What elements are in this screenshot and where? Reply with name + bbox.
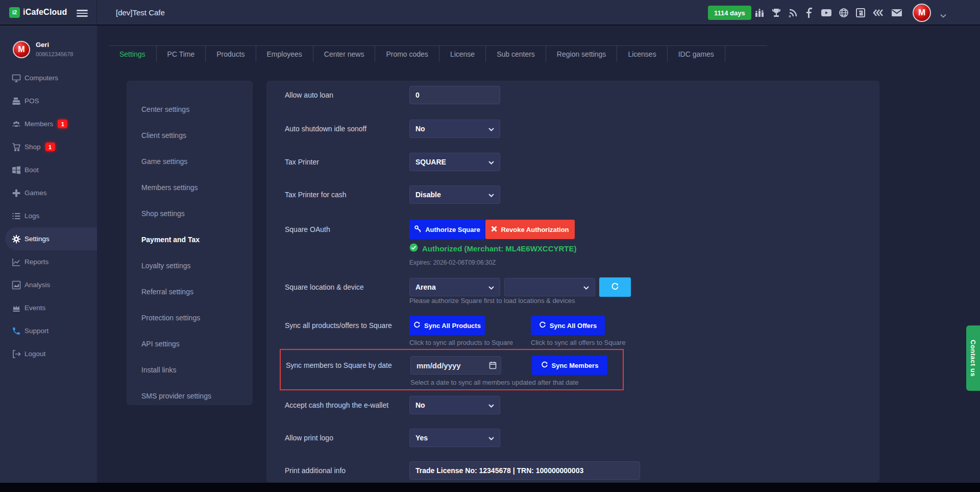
chevron-down-icon <box>488 283 494 291</box>
square-location-help: Please authorize Square first to load lo… <box>409 297 575 304</box>
sidebar-item-logout[interactable]: Logout <box>0 342 97 365</box>
phone-icon <box>12 326 21 336</box>
calendar-icon[interactable] <box>489 361 497 371</box>
mail-icon[interactable] <box>891 8 902 17</box>
sync-members-date-field[interactable] <box>410 356 501 374</box>
sidebar-item-shop[interactable]: Shop 1 <box>0 135 97 158</box>
sidebar-item-logs[interactable]: Logs <box>0 204 97 227</box>
sidebar-item-pos[interactable]: POS <box>0 89 97 112</box>
submenu-payment-and-tax[interactable]: Payment and Tax <box>127 226 253 252</box>
tab-employees[interactable]: Employees <box>256 46 313 62</box>
topbar-icon-row <box>754 0 902 26</box>
submenu-referral-settings[interactable]: Referral settings <box>127 278 253 304</box>
auto-shutdown-select[interactable]: No <box>409 120 500 138</box>
key-icon <box>414 225 422 234</box>
days-remaining-badge[interactable]: 1114 days <box>708 6 751 20</box>
accept-cash-label: Accept cash through the e-wallet <box>285 401 409 409</box>
icafecloud-app: i2 iCafeCloud [dev]Test Cafe 1114 days <box>0 0 980 492</box>
settings-submenu: Center settings Client settings Game set… <box>127 81 253 405</box>
ranking-icon[interactable] <box>754 8 765 18</box>
gamepad-icon <box>12 189 21 198</box>
tab-region-settings[interactable]: Region settings <box>546 46 618 62</box>
sync-members-highlight-box: Sync members to Square by date Sync Memb… <box>280 349 624 390</box>
tab-center-news[interactable]: Center news <box>313 46 376 62</box>
sidebar-avatar[interactable]: M <box>13 41 30 58</box>
tab-promo-codes[interactable]: Promo codes <box>375 46 439 62</box>
allow-auto-loan-label: Allow auto loan <box>285 91 409 99</box>
revoke-authorization-button[interactable]: Revoke Authorization <box>485 220 575 239</box>
icafecloud-icon[interactable] <box>855 8 866 18</box>
authorize-square-button[interactable]: Authorize Square <box>409 220 485 239</box>
tax-printer-cash-select[interactable]: Disable <box>409 185 500 204</box>
chevron-down-icon <box>488 401 494 409</box>
sync-members-help: Select a date to sync all members update… <box>410 379 579 386</box>
sidebar-item-boot[interactable]: Boot <box>0 158 97 181</box>
tab-pc-time[interactable]: PC Time <box>157 46 206 62</box>
accept-cash-select[interactable]: No <box>409 396 500 414</box>
contact-us-button[interactable]: Contact us <box>966 325 980 391</box>
submenu-sms-provider-settings[interactable]: SMS provider settings <box>127 383 253 409</box>
list-icon <box>12 212 21 221</box>
chevron-down-icon <box>488 125 494 133</box>
sidebar-item-settings[interactable]: Settings <box>5 227 97 250</box>
square-device-select[interactable] <box>504 278 595 296</box>
submenu-protection-settings[interactable]: Protection settings <box>127 304 253 331</box>
icafecloud-logo-icon: i2 <box>9 7 20 18</box>
globe-icon[interactable] <box>839 8 849 18</box>
sync-all-offers-button[interactable]: Sync All Offers <box>531 316 605 335</box>
tab-settings[interactable]: Settings <box>109 46 157 62</box>
submenu-client-settings[interactable]: Client settings <box>127 122 253 148</box>
chevron-down-icon <box>488 434 494 442</box>
hamburger-menu-icon[interactable] <box>77 8 88 18</box>
members-icon <box>12 120 21 129</box>
sidebar-item-analysis[interactable]: Analysis <box>0 273 97 296</box>
sidebar-item-reports[interactable]: Reports <box>0 250 97 273</box>
sync-all-products-button[interactable]: Sync All Products <box>409 316 485 335</box>
square-auth-status: Authorized (Merchant: ML4E6WXCCYRTE) <box>409 243 577 253</box>
submenu-loyalty-settings[interactable]: Loyalty settings <box>127 252 253 278</box>
square-location-select[interactable]: Arena <box>409 278 500 296</box>
submenu-game-settings[interactable]: Game settings <box>127 148 253 174</box>
submenu-center-settings[interactable]: Center settings <box>127 96 253 122</box>
check-circle-icon <box>409 243 418 253</box>
auto-shutdown-label: Auto shutdown idle sonoff <box>285 125 409 133</box>
chevron-down-icon[interactable] <box>940 11 946 20</box>
sync-products-help: Click to sync all products to Square <box>409 339 513 346</box>
allow-print-logo-select[interactable]: Yes <box>409 429 500 447</box>
sync-members-date-input[interactable] <box>411 357 501 374</box>
close-icon <box>491 226 497 233</box>
trophy-icon[interactable] <box>771 8 781 18</box>
submenu-api-settings[interactable]: API settings <box>127 331 253 357</box>
youtube-icon[interactable] <box>821 8 832 17</box>
sidebar-item-events[interactable]: Events <box>0 296 97 319</box>
sync-offers-help: Click to sync all offers to Square <box>531 339 625 346</box>
sidebar-item-members[interactable]: Members 1 <box>0 112 97 135</box>
tax-printer-select[interactable]: SQUARE <box>409 153 500 171</box>
submenu-install-links[interactable]: Install links <box>127 357 253 383</box>
tax-printer-cash-label: Tax Printer for cash <box>285 191 409 199</box>
print-additional-info-label: Print additional info <box>285 466 409 475</box>
tab-license[interactable]: License <box>439 46 486 62</box>
facebook-icon[interactable] <box>805 8 814 18</box>
layers-icon[interactable] <box>872 8 885 17</box>
sidebar-menu: Computers POS Members 1 Shop 1 Boot <box>0 66 97 365</box>
tab-idc-games[interactable]: IDC games <box>668 46 725 62</box>
sidebar-user-name: Geri <box>36 41 49 49</box>
tab-sub-centers[interactable]: Sub centers <box>486 46 546 62</box>
user-avatar[interactable]: M <box>913 4 931 22</box>
print-additional-info-input[interactable] <box>409 461 640 480</box>
submenu-shop-settings[interactable]: Shop settings <box>127 200 253 226</box>
pos-icon <box>12 97 21 106</box>
sidebar-item-games[interactable]: Games <box>0 181 97 204</box>
reload-locations-button[interactable] <box>599 277 631 297</box>
tab-products[interactable]: Products <box>206 46 256 62</box>
rss-icon[interactable] <box>788 8 798 18</box>
sidebar-item-computers[interactable]: Computers <box>0 66 97 89</box>
sidebar-item-support[interactable]: Support <box>0 319 97 342</box>
tab-licenses[interactable]: Licenses <box>617 46 667 62</box>
top-bar: i2 iCafeCloud [dev]Test Cafe 1114 days <box>0 0 980 26</box>
sync-members-button[interactable]: Sync Members <box>532 356 607 375</box>
submenu-members-settings[interactable]: Members settings <box>127 174 253 200</box>
allow-auto-loan-input[interactable] <box>409 86 500 104</box>
tax-printer-label: Tax Printer <box>285 158 409 166</box>
